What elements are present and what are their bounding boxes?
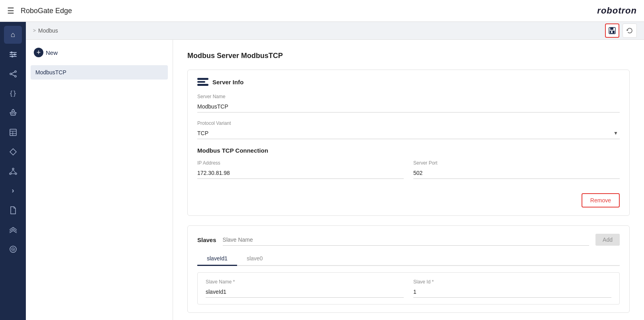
server-info-label: Server Info xyxy=(212,79,243,85)
slave-form: Slave Name * Slave Id * xyxy=(197,272,620,304)
connection-title: Modbus TCP Connection xyxy=(197,147,620,154)
ip-address-input[interactable] xyxy=(197,167,404,179)
svg-point-8 xyxy=(15,76,16,77)
topbar: ☰ RoboGate Edge robotron xyxy=(0,0,644,22)
content-area: > Modbus + New ModbusTCP xyxy=(26,22,644,320)
sidebar-item-diamond[interactable] xyxy=(4,143,22,161)
svg-point-6 xyxy=(15,71,16,72)
svg-point-4 xyxy=(14,53,16,55)
svg-marker-22 xyxy=(10,149,16,155)
ip-address-group: IP Address xyxy=(197,160,404,179)
sidebar-item-share[interactable] xyxy=(4,65,22,83)
breadcrumb-actions xyxy=(605,23,637,38)
app-logo: robotron xyxy=(597,6,637,16)
svg-rect-33 xyxy=(610,27,613,30)
svg-line-27 xyxy=(13,170,16,173)
connection-form-row: IP Address Server Port xyxy=(197,160,620,187)
protocol-variant-select-wrapper: TCP RTU ASCII ▼ xyxy=(197,128,620,139)
new-button-label: New xyxy=(46,49,58,56)
protocol-variant-group: Protocol Variant TCP RTU ASCII ▼ xyxy=(197,120,620,139)
slaves-section: Slaves Add slaveId1 slave0 Slave Name * xyxy=(187,225,630,313)
svg-point-5 xyxy=(11,55,13,57)
slave-tab-slave0[interactable]: slave0 xyxy=(237,252,272,266)
svg-point-7 xyxy=(10,73,12,75)
slaves-label: Slaves xyxy=(197,237,216,243)
ip-address-label: IP Address xyxy=(197,160,404,166)
sidebar-item-arrow[interactable]: › xyxy=(4,182,22,200)
svg-line-9 xyxy=(12,72,15,74)
slave-name-field-label: Slave Name * xyxy=(206,279,404,285)
hamburger-icon[interactable]: ☰ xyxy=(7,6,14,16)
server-port-label: Server Port xyxy=(413,160,620,166)
breadcrumb-chevron-icon: > xyxy=(33,28,36,33)
svg-rect-18 xyxy=(10,129,16,136)
restore-button[interactable] xyxy=(623,23,637,38)
panels-container: + New ModbusTCP Modbus Server ModbusTCP xyxy=(26,40,644,320)
card-header: Server Info xyxy=(197,78,620,86)
right-panel: Modbus Server ModbusTCP Server Info Serv… xyxy=(173,40,644,320)
svg-point-24 xyxy=(10,173,11,175)
server-port-group: Server Port xyxy=(413,160,620,179)
slave-tabs: slaveId1 slave0 xyxy=(197,252,620,266)
svg-point-13 xyxy=(12,113,13,114)
protocol-variant-select[interactable]: TCP RTU ASCII xyxy=(197,128,620,139)
slave-name-field-input[interactable] xyxy=(206,286,404,298)
server-name-input[interactable] xyxy=(197,101,620,112)
sidebar-item-target[interactable] xyxy=(4,240,22,258)
breadcrumb-item: Modbus xyxy=(38,27,58,34)
slave-tab-slaveid1[interactable]: slaveId1 xyxy=(197,252,237,266)
svg-point-23 xyxy=(12,168,14,170)
server-info-card: Server Info Server Name Protocol Variant… xyxy=(187,70,630,216)
breadcrumb: > Modbus xyxy=(33,27,58,34)
sidebar-item-file[interactable] xyxy=(4,201,22,219)
slave-id-field-input[interactable] xyxy=(413,286,611,298)
svg-point-3 xyxy=(10,51,12,53)
page-title: Modbus Server ModbusTCP xyxy=(187,52,630,60)
svg-point-11 xyxy=(12,110,14,112)
svg-point-31 xyxy=(12,248,14,250)
sidebar-item-home[interactable]: ⌂ xyxy=(4,26,22,44)
server-port-input[interactable] xyxy=(413,167,620,179)
slaves-header: Slaves Add xyxy=(197,234,620,246)
svg-rect-35 xyxy=(611,31,613,33)
svg-line-10 xyxy=(12,74,15,76)
sidebar-item-network[interactable] xyxy=(4,162,22,180)
sidebar-item-robot[interactable] xyxy=(4,104,22,122)
remove-button[interactable]: Remove xyxy=(582,193,620,208)
svg-line-26 xyxy=(11,170,13,173)
server-info-icon xyxy=(197,78,208,86)
main-layout: ⌂ {} › xyxy=(0,22,644,320)
add-slave-button[interactable]: Add xyxy=(595,234,620,246)
sidebar-item-layers[interactable] xyxy=(4,221,22,239)
new-button[interactable]: + New xyxy=(31,46,168,59)
slave-name-field-group: Slave Name * xyxy=(206,279,404,298)
list-item-modbusTCP[interactable]: ModbusTCP xyxy=(31,65,168,80)
svg-point-14 xyxy=(14,113,15,114)
server-name-label: Server Name xyxy=(197,94,620,99)
protocol-variant-label: Protocol Variant xyxy=(197,120,620,126)
sidebar-item-code[interactable]: {} xyxy=(4,84,22,102)
sidebar: ⌂ {} › xyxy=(0,22,26,320)
left-panel: + New ModbusTCP xyxy=(26,40,173,320)
slave-id-field-label: Slave Id * xyxy=(413,279,611,285)
slave-id-field-group: Slave Id * xyxy=(413,279,611,298)
svg-point-25 xyxy=(15,173,17,175)
server-name-group: Server Name xyxy=(197,94,620,112)
slave-form-row: Slave Name * Slave Id * xyxy=(206,279,611,298)
breadcrumb-bar: > Modbus xyxy=(26,22,644,40)
slave-name-input[interactable] xyxy=(223,234,590,246)
sidebar-item-table[interactable] xyxy=(4,123,22,141)
sidebar-item-sliders[interactable] xyxy=(4,45,22,63)
new-button-icon: + xyxy=(34,48,43,57)
svg-rect-12 xyxy=(11,112,16,115)
app-title: RoboGate Edge xyxy=(21,7,597,15)
save-button[interactable] xyxy=(605,23,619,38)
